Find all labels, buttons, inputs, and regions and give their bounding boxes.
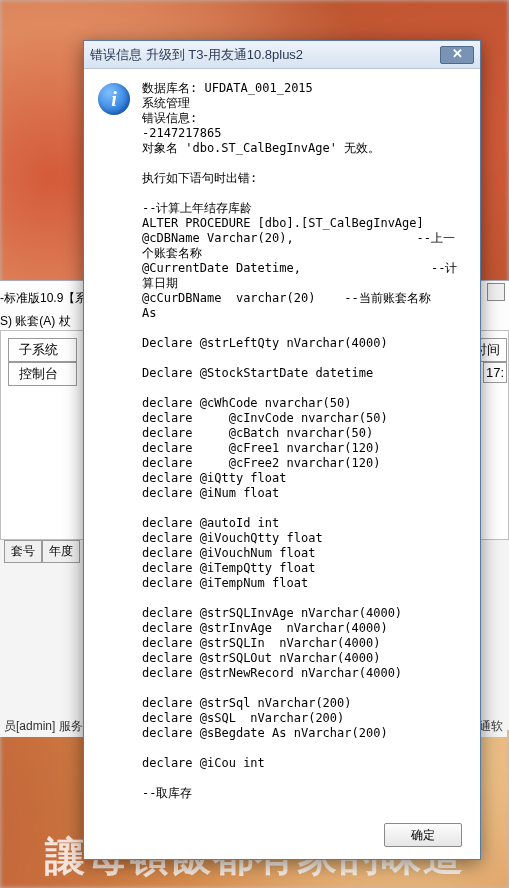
grid-time-value: 17: <box>483 362 507 383</box>
grid-header-console: 控制台 <box>8 362 77 386</box>
error-dialog: 错误信息 升级到 T3-用友通10.8plus2 ✕ i 数据库名: UFDAT… <box>83 40 481 860</box>
button-year[interactable]: 年度 <box>42 540 80 563</box>
dialog-body: i 数据库名: UFDATA_001_2015 系统管理 错误信息: -2147… <box>84 69 480 859</box>
status-bar-left: 员[admin] 服务 <box>0 716 87 737</box>
error-message: 数据库名: UFDATA_001_2015 系统管理 错误信息: -214721… <box>142 81 466 801</box>
ok-button[interactable]: 确定 <box>384 823 462 847</box>
button-account-set[interactable]: 套号 <box>4 540 42 563</box>
dialog-titlebar[interactable]: 错误信息 升级到 T3-用友通10.8plus2 ✕ <box>84 41 480 69</box>
dialog-title: 错误信息 升级到 T3-用友通10.8plus2 <box>90 46 440 64</box>
main-window-title: -标准版10.9【系 <box>0 290 87 307</box>
grid-header-subsystem: 子系统 <box>8 338 77 362</box>
close-button[interactable]: ✕ <box>440 46 474 64</box>
main-window-menu[interactable]: S) 账套(A) 杖 <box>0 313 71 330</box>
info-icon: i <box>98 83 130 115</box>
toolbar-icon[interactable] <box>487 283 505 301</box>
